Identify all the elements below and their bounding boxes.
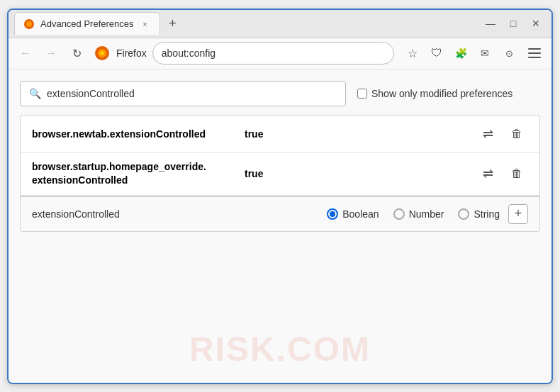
browser-window: Advanced Preferences × + — □ ✕ ← → ↻ Fir… [7,9,553,384]
transfer-icon-2: ⇌ [483,166,493,181]
pref-row: browser.newtab.extensionControlled true … [21,116,539,153]
pref-name-2-line2: extensionControlled [32,174,245,188]
tab-title: Advanced Preferences [40,18,134,29]
radio-group: Boolean Number String [327,208,500,220]
address-bar[interactable]: about:config [152,42,394,65]
watermark: RISK.COM [189,330,371,369]
cloud-icon[interactable]: ⊙ [499,43,519,63]
pref-name-1: browser.newtab.extensionControlled [32,128,245,140]
pref-row-2: browser.startup.homepage_override. exten… [21,153,539,196]
radio-boolean[interactable]: Boolean [327,208,379,220]
radio-boolean-circle [327,208,338,220]
new-pref-row: extensionControlled Boolean Number Strin… [21,196,539,231]
url-text: about:config [162,47,215,59]
title-bar: Advanced Preferences × + — □ ✕ [9,10,551,38]
pref-actions-2: ⇌ 🗑 [477,162,528,185]
pref-name-2-line1: browser.startup.homepage_override. [32,160,245,174]
radio-number[interactable]: Number [393,208,444,220]
show-modified-label[interactable]: Show only modified preferences [357,88,513,99]
forward-button[interactable]: → [40,42,62,65]
radio-string[interactable]: String [458,208,500,220]
trash-icon-1: 🗑 [511,128,522,140]
maximize-button[interactable]: □ [503,13,523,33]
email-icon[interactable]: ✉ [475,43,495,63]
trash-icon-2: 🗑 [511,167,522,180]
extension-icon[interactable]: 🧩 [451,43,471,63]
firefox-logo [94,45,111,62]
svg-point-4 [100,51,104,55]
delete-button-2[interactable]: 🗑 [505,162,528,185]
nav-bar: ← → ↻ Firefox about:config ☆ 🛡 🧩 ✉ ⊙ [9,38,551,69]
pref-name-2: browser.startup.homepage_override. exten… [32,160,245,188]
radio-string-circle [458,208,469,220]
nav-icons: ☆ 🛡 🧩 ✉ ⊙ [403,42,546,65]
new-tab-button[interactable]: + [163,13,183,33]
delete-button-1[interactable]: 🗑 [505,123,528,145]
pref-actions-1: ⇌ 🗑 [477,123,528,145]
content-area: RISK.COM 🔍 Show only modified preference… [9,69,551,383]
transfer-icon-1: ⇌ [483,126,493,142]
tab-favicon [23,18,35,30]
add-pref-button[interactable]: + [508,204,528,224]
transfer-button-1[interactable]: ⇌ [477,123,500,145]
browser-name: Firefox [116,47,147,59]
search-icon: 🔍 [29,88,41,99]
hamburger-menu-button[interactable] [523,42,546,65]
transfer-button-2[interactable]: ⇌ [477,162,500,185]
window-controls: — □ ✕ [481,13,546,33]
minimize-button[interactable]: — [481,13,500,33]
pref-value-2: true [245,168,263,179]
search-box: 🔍 [20,81,346,106]
show-modified-text: Show only modified preferences [371,88,513,99]
prefs-table: browser.newtab.extensionControlled true … [20,115,540,232]
reload-button[interactable]: ↻ [65,42,88,65]
new-pref-name: extensionControlled [32,208,216,220]
back-button[interactable]: ← [14,42,37,65]
pref-value-1: true [245,128,263,140]
radio-boolean-label: Boolean [342,208,379,220]
search-input[interactable] [47,88,337,99]
radio-number-circle [393,208,405,220]
radio-string-label: String [474,208,500,220]
svg-point-1 [26,21,32,27]
close-button[interactable]: ✕ [526,13,546,33]
bookmark-icon[interactable]: ☆ [403,43,422,63]
shield-icon[interactable]: 🛡 [427,43,447,63]
radio-number-label: Number [409,208,444,220]
search-row: 🔍 Show only modified preferences [20,81,540,106]
browser-tab[interactable]: Advanced Preferences × [14,12,160,35]
show-modified-checkbox[interactable] [357,89,367,99]
tab-close-button[interactable]: × [140,18,151,30]
